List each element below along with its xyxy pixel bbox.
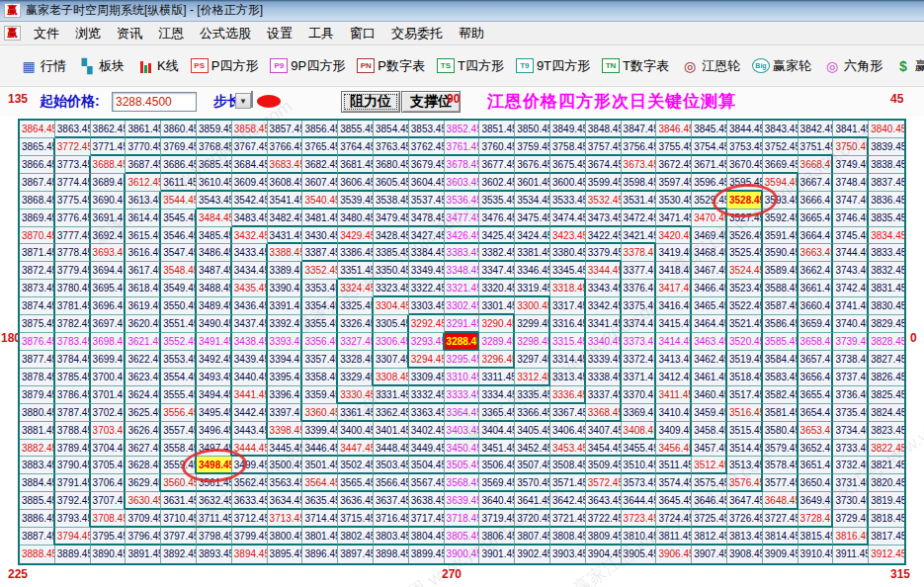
grid-cell: 3425.45: [479, 227, 515, 245]
grid-cell: 3535.45: [479, 192, 515, 210]
grid-cell: 3491.45: [197, 333, 232, 351]
toolbar-button-赢家轮[interactable]: Big赢家轮: [752, 57, 811, 75]
grid-cell: 3429.45: [338, 227, 374, 245]
grid-cell: 3685.45: [197, 156, 232, 174]
grid-cell: 3756.45: [622, 138, 657, 156]
grid-cell: 3591.45: [763, 227, 798, 245]
grid-cell: 3340.45: [586, 333, 622, 351]
dropdown-arrow-icon[interactable]: ▼: [235, 93, 251, 109]
grid-cell: 3697.45: [91, 315, 126, 333]
grid-cell: 3699.45: [91, 351, 126, 369]
grid-cell: 3600.45: [550, 174, 586, 192]
menu-item[interactable]: 设置: [259, 23, 300, 44]
grid-cell: 3785.45: [55, 369, 91, 386]
grid-cell: 3808.45: [550, 528, 586, 545]
kline-icon: [136, 58, 154, 74]
toolbar-button-行情[interactable]: ▦行情: [20, 57, 66, 75]
grid-cell: 3764.45: [338, 138, 374, 156]
grid-cell: 3607.45: [302, 174, 338, 192]
grid-cell: 3768.45: [197, 138, 232, 156]
grid-cell: 3811.45: [656, 528, 692, 545]
grid-cell: 3384.45: [409, 244, 445, 262]
menu-item[interactable]: 公式选股: [192, 23, 259, 44]
toolbar-button-T数字表[interactable]: TNT数字表: [602, 57, 669, 75]
grid-cell: 3752.45: [763, 138, 798, 156]
grid-cell: 3841.45: [833, 121, 869, 138]
grid-cell: 3728.45: [798, 510, 834, 528]
grid-cell: 3864.45: [20, 121, 55, 138]
toolbar-button-六角形[interactable]: ◎六角形: [823, 57, 882, 75]
grid-cell: 3459.45: [692, 404, 727, 422]
toolbar-button-板块[interactable]: ▚板块: [78, 57, 125, 75]
toolbar-button-9T四方形[interactable]: T99T四方形: [516, 57, 590, 75]
toolbar-button-赢家服务[interactable]: $赢家服务: [894, 57, 924, 75]
menu-item[interactable]: 工具: [300, 23, 342, 44]
grid-cell: 3813.45: [727, 528, 763, 545]
grid-cell: 3669.45: [763, 156, 798, 174]
grid-cell: 3816.45: [833, 528, 869, 545]
grid-cell: 3523.45: [727, 280, 763, 297]
menu-item[interactable]: 帮助: [451, 23, 492, 44]
grid-cell: 3371.45: [622, 369, 657, 386]
grid-cell: 3452.45: [515, 440, 550, 458]
grid-cell: 3576.45: [727, 474, 763, 492]
grid-cell: 3388.45: [268, 244, 303, 262]
grid-cell: 3901.45: [479, 545, 515, 563]
gann-wheel-icon: ◎: [681, 58, 699, 74]
grid-cell: 3845.45: [692, 121, 727, 138]
grid-cell: 3569.45: [479, 474, 515, 492]
grid-cell: 3391.45: [268, 297, 303, 315]
grid-cell: 3622.45: [126, 351, 161, 369]
grid-cell: 3703.45: [91, 422, 126, 440]
grid-cell: 3674.45: [586, 156, 622, 174]
grid-cell: 3473.45: [586, 210, 622, 227]
grid-cell: 3772.45: [55, 138, 91, 156]
p-number-table-icon: PN: [357, 58, 375, 74]
grid-cell: 3582.45: [763, 386, 798, 404]
gann-price-square: 3864.453863.453862.453861.453860.453859.…: [18, 119, 906, 565]
9t-square-icon: T9: [516, 58, 534, 74]
grid-cell: 3549.45: [161, 280, 197, 297]
step-select[interactable]: ▼: [251, 91, 253, 108]
menu-item[interactable]: 交易委托: [383, 23, 451, 44]
toolbar-button-T四方形[interactable]: TST四方形: [437, 57, 504, 75]
toolbar-button-P四方形[interactable]: PSP四方形: [191, 57, 259, 75]
grid-cell: 3623.45: [126, 369, 161, 386]
start-price-input[interactable]: [112, 92, 197, 112]
grid-cell: 3736.45: [833, 386, 869, 404]
grid-cell: 3403.45: [445, 422, 480, 440]
toolbar-button-江恩轮[interactable]: ◎江恩轮: [681, 57, 740, 75]
grid-cell: 3814.45: [763, 528, 798, 545]
grid-cell: 3650.45: [798, 474, 834, 492]
grid-cell: 3341.45: [586, 315, 622, 333]
grid-cell: 3373.45: [622, 333, 657, 351]
grid-cell: 3620.45: [126, 315, 161, 333]
grid-cell: 3502.45: [338, 457, 374, 474]
grid-cell: 3892.45: [161, 545, 197, 563]
grid-cell: 3653.45: [798, 422, 834, 440]
menu-item[interactable]: 窗口: [342, 23, 383, 44]
toolbar-button-9P四方形[interactable]: P99P四方形: [270, 57, 345, 75]
menu-item[interactable]: 江恩: [150, 23, 192, 44]
grid-cell: 3290.45: [479, 315, 515, 333]
menu-item[interactable]: 资讯: [109, 23, 150, 44]
toolbar-button-P数字表[interactable]: PNP数字表: [357, 57, 425, 75]
grid-cell: 3829.45: [869, 315, 904, 333]
grid-cell: 3791.45: [55, 474, 91, 492]
resistance-button[interactable]: 阻力位: [341, 91, 400, 113]
toolbar-button-label: 六角形: [844, 57, 882, 75]
grid-cell: 3770.45: [126, 138, 161, 156]
grid-cell: 3368.45: [586, 404, 622, 422]
grid-cell: 3530.45: [656, 192, 692, 210]
grid-cell: 3382.45: [479, 244, 515, 262]
grid-cell: 3534.45: [515, 192, 550, 210]
toolbar-button-K线[interactable]: K线: [136, 57, 179, 75]
grid-cell: 3598.45: [622, 174, 657, 192]
grid-cell: 3822.45: [869, 440, 904, 458]
grid-cell: 3440.45: [232, 369, 268, 386]
menu-item[interactable]: 文件: [26, 23, 67, 44]
grid-cell: 3802.45: [338, 528, 374, 545]
grid-cell: 3468.45: [692, 244, 727, 262]
menu-item[interactable]: 浏览: [67, 23, 109, 44]
grid-cell: 3369.45: [622, 404, 657, 422]
